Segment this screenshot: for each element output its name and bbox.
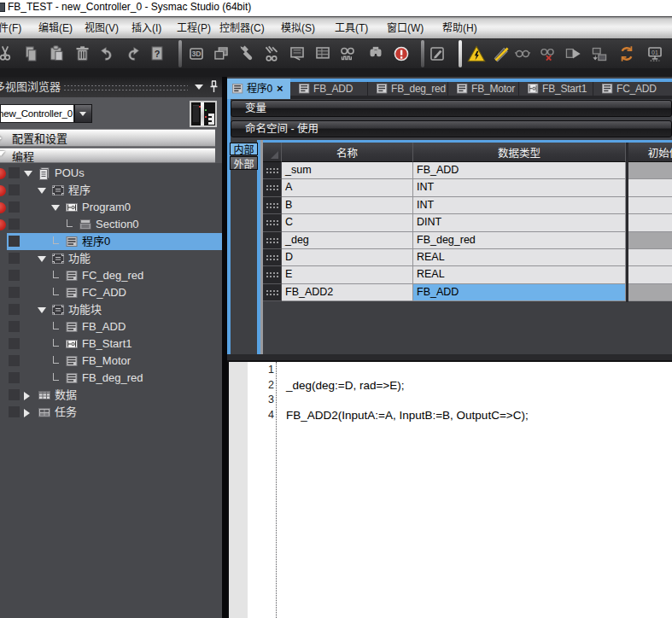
step-in-icon[interactable] (588, 43, 611, 65)
grid-column-header-1[interactable]: 名称 (282, 143, 413, 162)
tree-item-FB_Start1[interactable]: FB_Start1 (0, 335, 222, 353)
expander-open-icon[interactable] (38, 188, 46, 194)
grid-column-header-2[interactable]: 数据类型 (413, 143, 626, 162)
grid-corner-header[interactable] (263, 143, 282, 162)
abort-icon[interactable] (390, 43, 412, 65)
menu-item-4[interactable]: 插入(I) (131, 17, 161, 39)
code-line[interactable] (286, 393, 672, 408)
tree-item-任务[interactable]: 任务 (0, 404, 222, 421)
menu-item-10[interactable]: 帮助(H) (442, 17, 477, 39)
window-layout-icon[interactable] (210, 43, 232, 65)
horizontal-splitter[interactable] (227, 354, 672, 362)
tree-item-FC_ADD[interactable]: FC_ADD (0, 284, 222, 301)
cell-data-type[interactable]: INT (413, 197, 626, 214)
code-line[interactable]: _deg(deg:=D, rad=>E); (286, 378, 672, 394)
cell-initial-value[interactable] (628, 214, 672, 231)
cell-initial-value[interactable] (628, 284, 672, 301)
menu-item-6[interactable]: 控制器(C) (219, 17, 265, 39)
code-line[interactable] (286, 363, 672, 378)
menu-item-3[interactable]: 视图(V) (85, 17, 119, 39)
explorer-menu-arrow-icon[interactable] (195, 85, 203, 90)
build-error-check-icon[interactable] (465, 43, 488, 65)
menu-item-1[interactable]: 文件(F) (0, 17, 21, 39)
tree-item-FB_ADD[interactable]: FB_ADD (0, 318, 222, 335)
menu-item-5[interactable]: 工程(P) (177, 17, 211, 39)
row-drag-handle[interactable] (263, 232, 282, 249)
row-drag-handle[interactable] (263, 214, 282, 231)
row-drag-handle[interactable] (263, 179, 282, 196)
simulation-run-icon[interactable] (562, 43, 584, 65)
rebuild-icon[interactable] (260, 43, 283, 65)
row-drag-handle[interactable] (263, 197, 282, 214)
editor-tab-FB_deg_red[interactable]: FB_deg_red (370, 82, 448, 96)
editor-tab-FB_Start1[interactable]: FB_Start1 (521, 82, 593, 96)
variable-row-_sum[interactable]: _sumFB_ADD (263, 162, 672, 179)
copy-icon[interactable] (20, 43, 42, 65)
grid-column-header-3[interactable]: 初始值 (628, 143, 672, 162)
search-icon[interactable] (365, 43, 387, 65)
monitor-icon[interactable]: 01 (644, 43, 666, 65)
menu-item-8[interactable]: 工具(T) (335, 17, 368, 39)
cell-name[interactable]: FB_ADD2 (282, 284, 413, 301)
cell-data-type[interactable]: FB_deg_red (413, 232, 626, 249)
tree-item-程序0[interactable]: 程序0 (0, 233, 222, 250)
variable-row-_deg[interactable]: _degFB_deg_red (263, 232, 672, 249)
program-check-icon[interactable] (511, 43, 534, 65)
variable-row-B[interactable]: BINT (263, 197, 672, 214)
variable-row-FB_ADD2[interactable]: FB_ADD2FB_ADD (263, 284, 672, 301)
tree-item-FB_deg_red[interactable]: FB_deg_red (0, 370, 222, 387)
cell-data-type[interactable]: DINT (413, 214, 626, 231)
editor-tab-FC_ADD[interactable]: FC_ADD (595, 82, 672, 96)
menu-item-7[interactable]: 模拟(S) (281, 17, 315, 39)
tree-item-Program0[interactable]: Program0 (0, 199, 222, 216)
variable-row-D[interactable]: DREAL (263, 249, 672, 266)
delete-icon[interactable] (71, 43, 93, 65)
cell-initial-value[interactable] (628, 197, 672, 214)
variable-table-icon[interactable] (312, 43, 334, 65)
expander-closed-icon[interactable] (24, 409, 30, 417)
cell-name[interactable]: B (282, 197, 413, 214)
cell-initial-value[interactable] (628, 179, 672, 196)
cell-initial-value[interactable] (628, 249, 672, 266)
program-check-error-icon[interactable] (536, 43, 558, 65)
cell-data-type[interactable]: INT (413, 179, 626, 196)
redo-icon[interactable] (121, 43, 143, 65)
variable-row-A[interactable]: AINT (263, 179, 672, 196)
cell-data-type[interactable]: FB_ADD (413, 284, 626, 301)
tree-item-功能[interactable]: 功能 (0, 250, 222, 267)
watch-icon[interactable] (336, 43, 359, 65)
variable-scope-tab-internal[interactable]: 内部 (230, 143, 258, 155)
edit-mode-icon[interactable] (426, 43, 448, 65)
variable-row-C[interactable]: CDINT (263, 214, 672, 231)
cell-name[interactable]: A (282, 179, 413, 196)
paste-icon[interactable] (45, 43, 67, 65)
editor-tab-FB_Motor[interactable]: FB_Motor (450, 82, 519, 96)
editor-tab-FB_ADD[interactable]: FB_ADD (292, 82, 368, 96)
cell-data-type[interactable]: FB_ADD (413, 162, 626, 179)
section-header-config[interactable]: 配置和设置 (0, 129, 215, 147)
editor-tab-程序0[interactable]: 程序0× (227, 79, 290, 99)
cell-data-type[interactable]: REAL (413, 249, 626, 266)
expander-open-icon[interactable] (38, 307, 46, 313)
row-drag-handle[interactable] (263, 249, 282, 266)
cell-initial-value[interactable] (628, 162, 672, 179)
tree-item-POUs[interactable]: POUs (0, 165, 222, 182)
cell-initial-value[interactable] (628, 232, 672, 249)
expander-open-icon[interactable] (24, 171, 32, 177)
tree-item-功能块[interactable]: 功能块 (0, 301, 222, 318)
tree-item-Section0[interactable]: Section0 (0, 216, 222, 233)
3d-view-icon[interactable]: 3D (185, 43, 207, 65)
tree-item-FB_Motor[interactable]: FB_Motor (0, 353, 222, 370)
row-drag-handle[interactable] (263, 162, 282, 179)
controller-selector-dropdown-button[interactable] (74, 104, 92, 123)
cell-name[interactable]: _deg (282, 232, 413, 249)
variable-row-E[interactable]: EREAL (263, 266, 672, 283)
io-map-icon[interactable] (286, 43, 308, 65)
cut-icon[interactable] (0, 43, 16, 65)
tree-item-程序[interactable]: 程序 (0, 182, 222, 199)
row-drag-handle[interactable] (263, 266, 282, 283)
undo-icon[interactable] (96, 43, 119, 65)
tree-item-数据[interactable]: 数据 (0, 387, 222, 404)
cell-name[interactable]: _sum (282, 162, 413, 179)
expander-open-icon[interactable] (51, 205, 60, 211)
